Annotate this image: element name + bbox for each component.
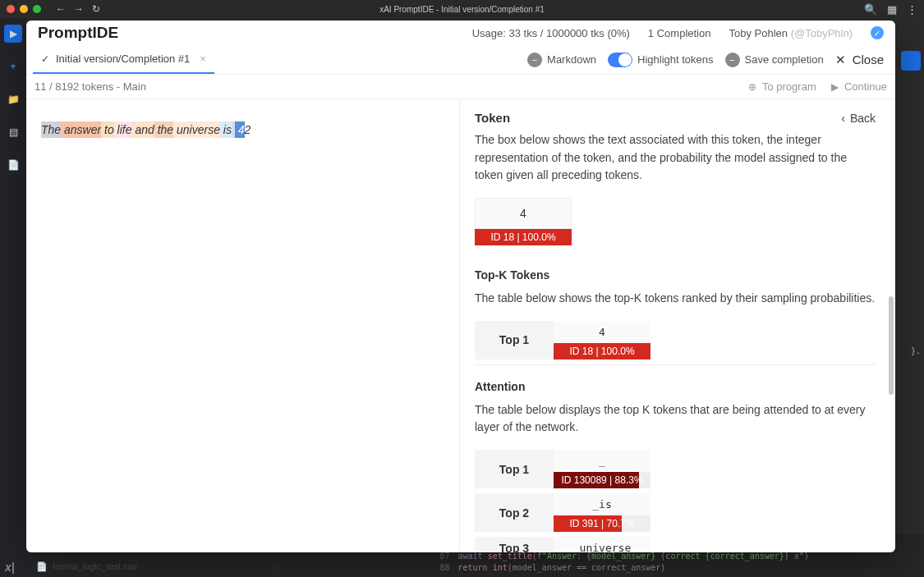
close-tab-icon[interactable]: × <box>200 53 206 65</box>
maximize-window-icon[interactable] <box>33 5 41 13</box>
nav-reload-icon[interactable]: ↻ <box>92 3 100 15</box>
user-handle: (@TobyPhln) <box>791 27 853 39</box>
scrollbar-thumb[interactable] <box>889 296 894 395</box>
token-2[interactable]: to <box>101 121 114 138</box>
window-controls[interactable] <box>7 5 41 13</box>
token-count: 11 / 8192 tokens - Main <box>34 80 146 93</box>
browser-chrome: ← → ↻ xAI PromptIDE - Initial version/Co… <box>0 0 924 18</box>
token-5[interactable]: the <box>154 121 173 138</box>
toggle-off-icon: − <box>527 53 542 67</box>
attn-row: Top 1 _ ID 130089 | 88.3% <box>475 450 876 488</box>
completion-modal: PromptIDE Usage: 33 tks / 1000000 tks (0… <box>26 21 895 552</box>
attn-rank: Top 1 <box>475 450 554 488</box>
nav-forward-icon[interactable]: → <box>74 3 84 15</box>
attn-token-text: _ <box>554 450 650 472</box>
minimize-window-icon[interactable] <box>20 5 28 13</box>
background-run-button <box>901 51 921 71</box>
attn-token-text: _universe <box>554 537 650 552</box>
save-label: Save completion <box>745 53 824 66</box>
verified-badge-icon: ✓ <box>871 26 884 39</box>
file-tab-label: Initial version/Completion #1 <box>56 53 190 65</box>
chevron-left-icon: ‹ <box>841 112 845 125</box>
topk-description: The table below shows the top-K tokens r… <box>475 290 876 308</box>
xai-logo: x| <box>5 561 15 574</box>
topk-token-text: 4 <box>554 321 650 343</box>
to-program-button[interactable]: ⊕ To program <box>748 80 816 93</box>
sidebar: ▶ + 📁 ▤ 📄 <box>0 18 26 577</box>
attn-rank: Top 2 <box>475 493 554 532</box>
selected-token-box: 4 ID 18 | 100.0% <box>475 198 572 245</box>
prompt-text[interactable]: The answer to life and the universe is 4… <box>41 121 251 138</box>
background-file-name: formal_logic_test.csv <box>53 561 137 571</box>
attn-rank: Top 3 <box>475 537 554 552</box>
token-text: 4 <box>475 198 572 229</box>
more-icon: ⋮ <box>274 561 283 572</box>
play-icon: ▶ <box>831 81 839 93</box>
prompt-pane[interactable]: The answer to life and the universe is 4… <box>26 99 460 552</box>
divider <box>475 364 876 365</box>
search-icon[interactable]: 🔍 <box>864 3 877 16</box>
completion-count[interactable]: 1 Completion <box>648 27 711 39</box>
kebab-menu-icon[interactable]: ⋮ <box>907 3 917 16</box>
markdown-label: Markdown <box>547 53 596 66</box>
token-0[interactable]: The <box>41 121 61 138</box>
tab-row: ✓ Initial version/Completion #1 × − Mark… <box>26 45 895 75</box>
close-window-icon[interactable] <box>7 5 15 13</box>
token-3[interactable]: life <box>114 121 132 138</box>
sub-header-row: 11 / 8192 tokens - Main ⊕ To program ▶ C… <box>26 75 895 99</box>
background-code-fragment: }. <box>911 346 921 355</box>
attn-token-bar: ID 391 | 70.7% <box>554 515 650 532</box>
token-description: The box below shows the text associated … <box>475 131 876 185</box>
token-4[interactable]: and <box>132 121 154 138</box>
topk-token-bar: ID 18 | 100.0% <box>554 343 650 359</box>
attn-row: Top 2 _is ID 391 | 70.7% <box>475 493 876 532</box>
topk-rank: Top 1 <box>475 321 554 359</box>
check-icon: ✓ <box>41 53 49 65</box>
close-label: Close <box>853 53 884 66</box>
topk-row: Top 1 4 ID 18 | 100.0% <box>475 321 876 359</box>
back-button[interactable]: ‹ Back <box>841 112 876 125</box>
sidebar-db-icon[interactable]: ▤ <box>4 123 22 141</box>
modal-header: PromptIDE Usage: 33 tks / 1000000 tks (0… <box>26 21 895 45</box>
file-icon: 📄 <box>36 561 48 572</box>
browser-title: xAI PromptIDE - Initial version/Completi… <box>379 5 545 14</box>
token-9[interactable]: 4 <box>235 121 245 138</box>
extensions-icon[interactable]: ▦ <box>887 3 897 16</box>
continue-button[interactable]: ▶ Continue <box>831 80 887 93</box>
sidebar-run-icon[interactable]: ▶ <box>4 25 22 43</box>
attention-description: The table below displays the top K token… <box>475 401 876 437</box>
nav-back-icon[interactable]: ← <box>56 3 66 15</box>
token-prob-bar: ID 18 | 100.0% <box>475 229 572 245</box>
highlight-label: Highlight tokens <box>637 53 714 66</box>
sidebar-folder-icon[interactable]: 📁 <box>4 90 22 108</box>
background-file-tab: 📄 formal_logic_test.csv ⋮ <box>36 556 283 577</box>
app-title: PromptIDE <box>38 24 118 42</box>
token-1[interactable]: answer <box>61 121 101 138</box>
user-name[interactable]: Toby Pohlen (@TobyPhln) <box>729 27 853 39</box>
close-icon: ✕ <box>835 53 846 67</box>
attn-token-text: _is <box>554 493 650 515</box>
background-code: 87await set_title(f"Answer: {model_answe… <box>439 551 809 574</box>
token-panel-title: Token <box>475 111 510 125</box>
markdown-toggle[interactable]: − Markdown <box>527 53 596 67</box>
plus-circle-icon: ⊕ <box>748 81 756 93</box>
close-button[interactable]: ✕ Close <box>835 53 884 67</box>
sidebar-add-icon[interactable]: + <box>4 57 22 76</box>
highlight-toggle[interactable]: Highlight tokens <box>608 53 714 67</box>
attn-token-bar: ID 130089 | 88.3% <box>554 472 650 488</box>
token-10[interactable]: 2 <box>245 121 251 138</box>
back-label: Back <box>850 112 876 125</box>
toggle-off-icon: − <box>725 53 740 67</box>
file-tab[interactable]: ✓ Initial version/Completion #1 × <box>33 45 214 74</box>
attention-title: Attention <box>475 380 876 393</box>
attn-row: Top 3 _universe <box>475 537 876 552</box>
save-completion-toggle[interactable]: − Save completion <box>725 53 824 67</box>
token-detail-pane: Token ‹ Back The box below shows the tex… <box>460 99 895 552</box>
token-7[interactable]: is <box>220 121 232 138</box>
sidebar-doc-icon[interactable]: 📄 <box>4 156 22 174</box>
token-6[interactable]: universe <box>173 121 220 138</box>
usage-text: Usage: 33 tks / 1000000 tks (0%) <box>472 27 630 39</box>
topk-title: Top-K Tokens <box>475 268 876 282</box>
